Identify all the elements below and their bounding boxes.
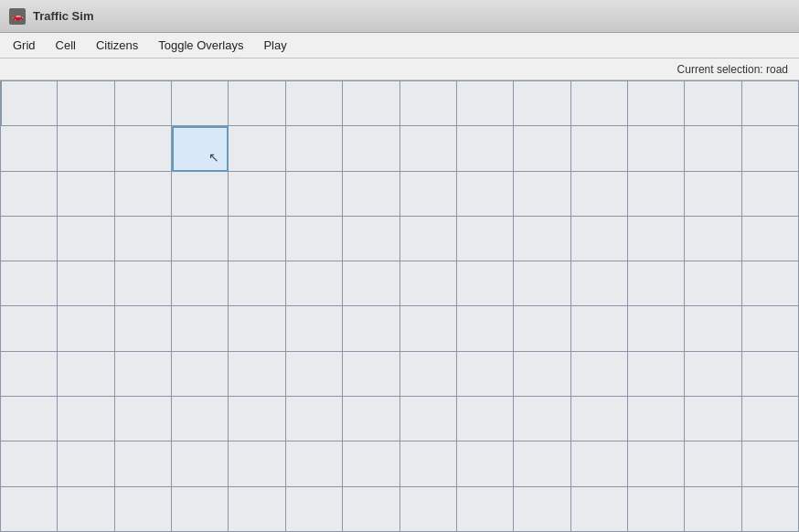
grid-cell[interactable]: [571, 126, 628, 171]
grid-cell[interactable]: [172, 306, 229, 351]
grid-cell[interactable]: [571, 352, 628, 397]
grid-cell[interactable]: [628, 261, 685, 306]
grid-cell[interactable]: [514, 442, 570, 486]
grid-cell[interactable]: [1, 126, 58, 171]
grid-cell[interactable]: [58, 172, 114, 217]
grid-container[interactable]: ↖: [0, 80, 799, 532]
grid-cell[interactable]: [1, 487, 58, 532]
grid-cell[interactable]: [685, 126, 741, 171]
grid-cell[interactable]: [1, 261, 58, 306]
grid-cell[interactable]: [229, 261, 285, 306]
grid-cell[interactable]: [685, 172, 741, 217]
grid-cell[interactable]: [514, 397, 570, 442]
grid-cell[interactable]: [571, 172, 628, 217]
grid-cell[interactable]: [286, 306, 343, 351]
grid[interactable]: ↖: [0, 80, 799, 532]
grid-cell[interactable]: [628, 81, 685, 126]
grid-cell[interactable]: [172, 81, 229, 126]
grid-cell[interactable]: [457, 397, 514, 442]
grid-cell[interactable]: [457, 487, 514, 532]
grid-cell[interactable]: [457, 126, 514, 171]
grid-cell[interactable]: [229, 487, 285, 532]
grid-cell[interactable]: [685, 306, 741, 351]
grid-cell[interactable]: [571, 81, 628, 126]
grid-cell[interactable]: [628, 217, 685, 261]
grid-cell[interactable]: [58, 217, 114, 261]
grid-cell[interactable]: [115, 352, 172, 397]
grid-cell[interactable]: [742, 397, 799, 442]
grid-cell[interactable]: [343, 352, 400, 397]
grid-cell[interactable]: [58, 352, 114, 397]
grid-cell[interactable]: [628, 126, 685, 171]
grid-cell[interactable]: [400, 217, 457, 261]
grid-cell[interactable]: [1, 217, 58, 261]
grid-cell[interactable]: [514, 261, 570, 306]
grid-cell[interactable]: [685, 442, 741, 486]
grid-cell[interactable]: [571, 397, 628, 442]
grid-cell[interactable]: [58, 442, 114, 486]
grid-cell[interactable]: ↖: [172, 126, 229, 171]
grid-cell[interactable]: [628, 397, 685, 442]
grid-cell[interactable]: [115, 126, 172, 171]
grid-cell[interactable]: [400, 442, 457, 486]
grid-cell[interactable]: [1, 397, 58, 442]
grid-cell[interactable]: [115, 217, 172, 261]
grid-cell[interactable]: [400, 172, 457, 217]
grid-cell[interactable]: [343, 172, 400, 217]
grid-cell[interactable]: [1, 81, 58, 126]
grid-cell[interactable]: [742, 172, 799, 217]
grid-cell[interactable]: [514, 217, 570, 261]
grid-cell[interactable]: [229, 217, 285, 261]
grid-cell[interactable]: [571, 442, 628, 486]
grid-cell[interactable]: [400, 81, 457, 126]
grid-cell[interactable]: [400, 397, 457, 442]
grid-cell[interactable]: [685, 261, 741, 306]
grid-cell[interactable]: [343, 397, 400, 442]
grid-cell[interactable]: [58, 306, 114, 351]
grid-cell[interactable]: [286, 487, 343, 532]
grid-cell[interactable]: [457, 306, 514, 351]
grid-cell[interactable]: [286, 397, 343, 442]
grid-cell[interactable]: [115, 442, 172, 486]
grid-cell[interactable]: [115, 261, 172, 306]
grid-cell[interactable]: [514, 126, 570, 171]
grid-cell[interactable]: [58, 487, 114, 532]
grid-cell[interactable]: [229, 397, 285, 442]
grid-cell[interactable]: [229, 126, 285, 171]
menu-cell[interactable]: Cell: [47, 36, 85, 55]
grid-cell[interactable]: [400, 261, 457, 306]
grid-cell[interactable]: [115, 81, 172, 126]
grid-cell[interactable]: [286, 261, 343, 306]
grid-cell[interactable]: [343, 442, 400, 486]
grid-cell[interactable]: [685, 81, 741, 126]
grid-cell[interactable]: [286, 442, 343, 486]
grid-cell[interactable]: [229, 81, 285, 126]
menu-citizens[interactable]: Citizens: [87, 36, 147, 55]
grid-cell[interactable]: [628, 172, 685, 217]
grid-cell[interactable]: [1, 352, 58, 397]
grid-cell[interactable]: [514, 81, 570, 126]
grid-cell[interactable]: [172, 261, 229, 306]
grid-cell[interactable]: [457, 81, 514, 126]
grid-cell[interactable]: [286, 81, 343, 126]
grid-cell[interactable]: [172, 487, 229, 532]
grid-cell[interactable]: [172, 172, 229, 217]
grid-cell[interactable]: [172, 352, 229, 397]
grid-cell[interactable]: [58, 397, 114, 442]
grid-cell[interactable]: [742, 442, 799, 486]
menu-play[interactable]: Play: [254, 36, 295, 55]
grid-cell[interactable]: [685, 217, 741, 261]
grid-cell[interactable]: [343, 81, 400, 126]
grid-cell[interactable]: [115, 172, 172, 217]
grid-cell[interactable]: [514, 487, 570, 532]
grid-cell[interactable]: [115, 487, 172, 532]
grid-cell[interactable]: [742, 352, 799, 397]
grid-cell[interactable]: [742, 126, 799, 171]
grid-cell[interactable]: [343, 217, 400, 261]
grid-cell[interactable]: [685, 487, 741, 532]
grid-cell[interactable]: [343, 306, 400, 351]
grid-cell[interactable]: [286, 217, 343, 261]
grid-cell[interactable]: [58, 81, 114, 126]
grid-cell[interactable]: [286, 126, 343, 171]
grid-cell[interactable]: [1, 172, 58, 217]
